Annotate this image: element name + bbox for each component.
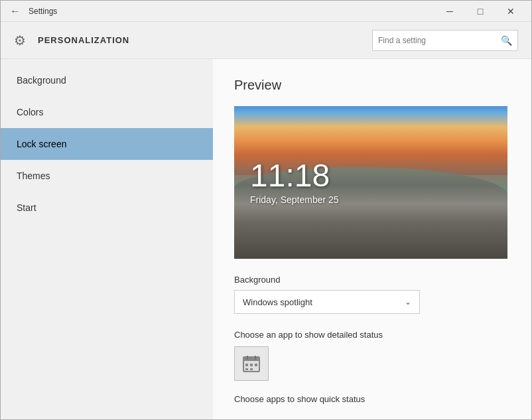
app-container: ⚙ PERSONALIZATION 🔍 Background Colors Lo…	[1, 22, 531, 420]
sidebar-item-themes[interactable]: Themes	[1, 160, 213, 192]
background-dropdown[interactable]: Windows spotlight ⌄	[234, 290, 420, 314]
personalization-icon: ⚙	[14, 33, 30, 48]
sidebar-item-colors[interactable]: Colors	[1, 96, 213, 128]
svg-rect-6	[255, 364, 257, 366]
quick-status-label: Choose apps to show quick status	[234, 394, 510, 404]
dropdown-selected-value: Windows spotlight	[243, 297, 312, 307]
minimize-button[interactable]: ─	[434, 1, 465, 22]
search-icon: 🔍	[501, 35, 512, 46]
app-header: ⚙ PERSONALIZATION 🔍	[1, 22, 531, 59]
svg-rect-1	[243, 357, 259, 361]
chevron-down-icon: ⌄	[405, 297, 411, 307]
sidebar-item-start[interactable]: Start	[1, 192, 213, 224]
preview-overlay: 11:18 Friday, September 25	[234, 106, 507, 259]
sidebar-item-background[interactable]: Background	[1, 64, 213, 96]
svg-rect-4	[245, 364, 248, 366]
sidebar-item-lock-screen[interactable]: Lock screen	[1, 128, 213, 160]
app-body: Background Colors Lock screen Themes Sta…	[1, 59, 531, 420]
maximize-button[interactable]: □	[465, 1, 496, 22]
detailed-status-app-button[interactable]	[234, 346, 269, 381]
svg-rect-7	[245, 368, 248, 370]
back-button[interactable]: ←	[6, 2, 25, 21]
svg-rect-8	[250, 368, 253, 370]
background-field-label: Background	[234, 275, 510, 285]
preview-title: Preview	[234, 78, 510, 93]
sidebar: Background Colors Lock screen Themes Sta…	[1, 59, 213, 420]
close-button[interactable]: ✕	[496, 1, 526, 22]
app-title: PERSONALIZATION	[38, 35, 372, 45]
title-bar: ← Settings ─ □ ✕	[1, 1, 531, 22]
window-controls: ─ □ ✕	[434, 1, 526, 22]
detailed-status-label: Choose an app to show detailed status	[234, 330, 510, 340]
search-input[interactable]	[378, 36, 501, 45]
calendar-icon	[242, 354, 261, 373]
lock-screen-preview: 11:18 Friday, September 25	[234, 106, 507, 259]
preview-time: 11:18	[250, 160, 507, 192]
svg-rect-5	[250, 364, 253, 366]
window-title: Settings	[25, 7, 434, 16]
search-box[interactable]: 🔍	[372, 30, 518, 51]
preview-date: Friday, September 25	[250, 194, 507, 205]
main-content: Preview 11:18 Friday, September 25 Backg…	[213, 59, 531, 420]
